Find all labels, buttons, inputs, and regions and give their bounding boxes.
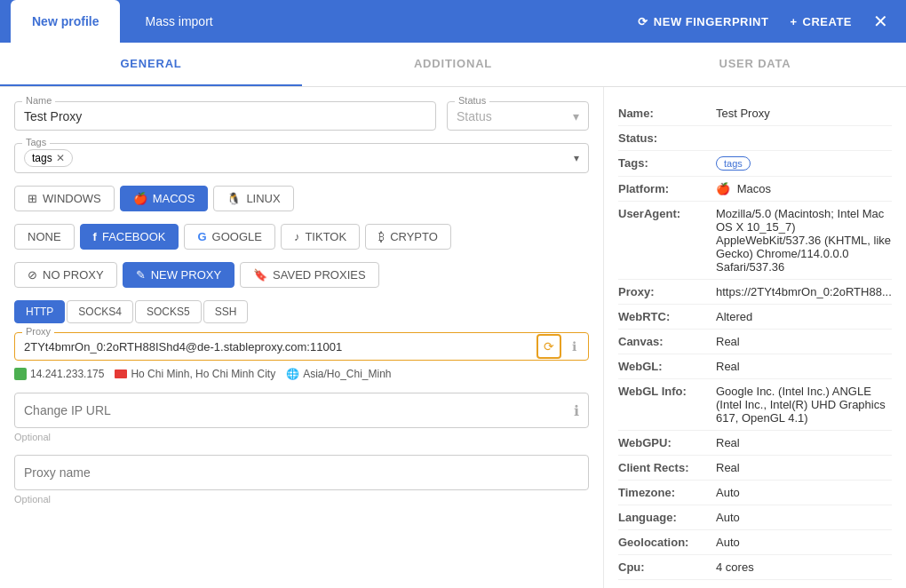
status-label: Status: [455, 95, 489, 106]
info-row-timezone: Timezone: Auto: [618, 481, 892, 505]
no-proxy-button[interactable]: ⊘ NO PROXY: [14, 262, 117, 288]
mass-import-tab[interactable]: Mass import: [123, 0, 234, 43]
name-field: Name: [14, 101, 436, 131]
timezone-key: Timezone:: [618, 481, 716, 505]
green-status-indicator: [14, 368, 27, 380]
no-proxy-icon: ⊘: [28, 268, 37, 282]
cookie-crypto-button[interactable]: ₿ CRYPTO: [365, 224, 451, 250]
proxy-input-container: Proxy ⟳ ℹ: [14, 332, 589, 361]
proxy-label: Proxy: [22, 326, 54, 337]
name-input[interactable]: [24, 107, 426, 123]
tags-key: Tags:: [618, 151, 716, 177]
info-row-useragent: UserAgent: Mozilla/5.0 (Macintosh; Intel…: [618, 202, 892, 280]
tag-text: tags: [32, 152, 52, 164]
canvas-value: Real: [716, 330, 892, 354]
tags-chevron-icon[interactable]: ▾: [574, 152, 579, 164]
change-ip-url-input[interactable]: [24, 403, 552, 417]
platform-macos-button[interactable]: 🍎 MACOS: [120, 186, 209, 211]
tab-additional[interactable]: ADDITIONAL: [302, 43, 604, 86]
info-row-status: Status:: [618, 126, 892, 151]
status-placeholder: Status: [457, 109, 492, 123]
cpu-key: Cpu:: [618, 555, 716, 580]
tiktok-icon: ♪: [294, 230, 300, 243]
proxy-info-button[interactable]: ℹ: [565, 338, 583, 355]
clientrects-key: Client Rects:: [618, 456, 716, 481]
proxy-value: https://2TYt4bmrOn_0:2oRTH88...: [716, 280, 892, 305]
apple-icon: 🍎: [133, 192, 147, 205]
globe-icon: 🌐: [286, 368, 299, 380]
timezone-value: Auto: [716, 481, 892, 505]
webgl-key: WebGL:: [618, 354, 716, 379]
new-proxy-button[interactable]: ✎ NEW PROXY: [123, 262, 234, 288]
cookie-facebook-button[interactable]: f FACEBOOK: [80, 224, 179, 250]
webrtc-value: Altered: [716, 305, 892, 330]
info-row-canvas: Canvas: Real: [618, 330, 892, 354]
info-row-proxy: Proxy: https://2TYt4bmrOn_0:2oRTH88...: [618, 280, 892, 305]
proto-http-tab[interactable]: HTTP: [14, 300, 65, 323]
info-row-tags: Tags: tags: [618, 151, 892, 177]
tags-field: Tags tags ✕ ▾: [14, 143, 589, 173]
clientrects-value: Real: [716, 456, 892, 481]
name-key: Name:: [618, 101, 716, 126]
proxy-key: Proxy:: [618, 280, 716, 305]
create-button[interactable]: + CREATE: [779, 15, 862, 28]
info-row-webglinfo: WebGL Info: Google Inc. (Intel Inc.) ANG…: [618, 379, 892, 431]
url-info-icon[interactable]: ℹ: [574, 402, 579, 419]
geolocation-value: Auto: [716, 530, 892, 555]
status-dropdown[interactable]: Status Status ▾: [447, 101, 589, 131]
info-tag-badge: tags: [716, 156, 751, 171]
webglinfo-key: WebGL Info:: [618, 379, 716, 431]
webrtc-key: WebRTC:: [618, 305, 716, 330]
timezone-badge: 🌐 Asia/Ho_Chi_Minh: [286, 368, 391, 380]
app-header: New profile Mass import ⟳ NEW FINGERPRIN…: [0, 0, 906, 43]
city-text: Ho Chi Minh, Ho Chi Minh City: [131, 368, 275, 380]
name-label: Name: [22, 95, 55, 106]
proto-ssh-tab[interactable]: SSH: [203, 300, 249, 323]
new-fingerprint-button[interactable]: ⟳ NEW FINGERPRINT: [627, 15, 779, 28]
info-row-webgpu: WebGPU: Real: [618, 431, 892, 456]
cookie-google-button[interactable]: G GOOGLE: [184, 224, 274, 250]
tag-remove-button[interactable]: ✕: [56, 152, 65, 164]
tab-general[interactable]: GENERAL: [0, 43, 302, 86]
close-button[interactable]: ✕: [866, 11, 895, 32]
ip-address-text: 14.241.233.175: [30, 368, 104, 380]
platform-linux-button[interactable]: 🐧 LINUX: [213, 186, 293, 211]
tags-value: tags: [716, 151, 892, 177]
new-profile-tab[interactable]: New profile: [11, 0, 120, 43]
platform-windows-button[interactable]: ⊞ WINDOWS: [14, 186, 115, 211]
main-content: Name Status Status ▾ Tags tags ✕ ▾ ⊞ WIN…: [0, 87, 906, 588]
info-row-geolocation: Geolocation: Auto: [618, 530, 892, 555]
tab-user-data[interactable]: USER DATA: [604, 43, 906, 86]
right-panel: Name: Test Proxy Status: Tags: tags Plat…: [604, 87, 906, 588]
info-table: Name: Test Proxy Status: Tags: tags Plat…: [618, 101, 892, 580]
cookie-none-button[interactable]: NONE: [14, 224, 75, 250]
cookie-tiktok-button[interactable]: ♪ TIKTOK: [281, 224, 360, 250]
info-row-webrtc: WebRTC: Altered: [618, 305, 892, 330]
info-row-name: Name: Test Proxy: [618, 101, 892, 126]
platform-apple-icon: 🍎: [716, 182, 730, 195]
proto-socks5-tab[interactable]: SOCKS5: [135, 300, 202, 323]
windows-icon: ⊞: [28, 192, 37, 205]
proto-socks4-tab[interactable]: SOCKS4: [67, 300, 133, 323]
name-value: Test Proxy: [716, 101, 892, 126]
proxy-input[interactable]: [24, 340, 526, 354]
proxy-actions: ⟳ ℹ: [536, 334, 583, 359]
language-key: Language:: [618, 505, 716, 530]
proxy-refresh-button[interactable]: ⟳: [536, 334, 561, 359]
flag-icon: [115, 369, 127, 378]
city-badge: Ho Chi Minh, Ho Chi Minh City: [115, 368, 275, 380]
status-value: [716, 126, 892, 151]
saved-proxies-button[interactable]: 🔖 SAVED PROXIES: [240, 262, 379, 288]
canvas-key: Canvas:: [618, 330, 716, 354]
proxy-name-input[interactable]: [24, 465, 579, 480]
webgpu-value: Real: [716, 431, 892, 456]
cpu-value: 4 cores: [716, 555, 892, 580]
plus-icon: +: [790, 15, 797, 28]
platform-key: Platform:: [618, 177, 716, 202]
chevron-down-icon: ▾: [573, 109, 579, 123]
linux-icon: 🐧: [226, 192, 241, 205]
geolocation-key: Geolocation:: [618, 530, 716, 555]
timezone-text: Asia/Ho_Chi_Minh: [303, 368, 391, 380]
proxy-buttons: ⊘ NO PROXY ✎ NEW PROXY 🔖 SAVED PROXIES: [14, 262, 589, 288]
webglinfo-value: Google Inc. (Intel Inc.) ANGLE (Intel In…: [716, 379, 892, 431]
